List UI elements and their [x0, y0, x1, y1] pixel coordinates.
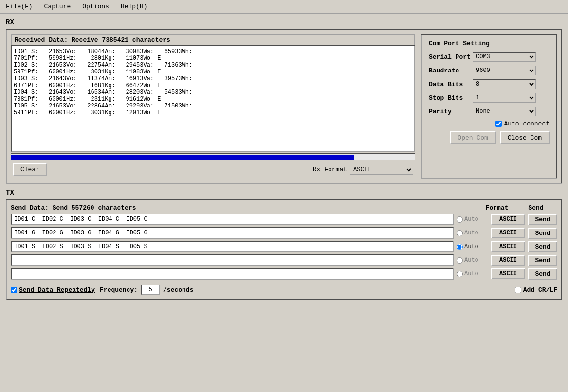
tx-send-data-header: Send Data: Send 557260 characters [11, 204, 136, 212]
clear-button[interactable]: Clear [13, 163, 47, 176]
frequency-unit: /seconds [163, 286, 193, 294]
tx-send-btn-3[interactable]: Send [528, 241, 557, 252]
tx-auto-5: Auto [457, 270, 488, 277]
tx-row-5: Auto ASCII Send [11, 268, 557, 280]
serial-port-row: Serial Port COM1 COM2 COM3 COM4 [429, 52, 550, 62]
tx-auto-label-1: Auto [464, 216, 478, 223]
add-crlf-label: Add CR/LF [523, 286, 557, 294]
serial-port-select[interactable]: COM1 COM2 COM3 COM4 [473, 52, 536, 62]
tx-auto-label-4: Auto [464, 257, 478, 264]
parity-row: Parity None Even Odd Mark Space [429, 107, 550, 116]
tx-auto-label-3: Auto [464, 243, 478, 250]
stop-bits-row: Stop Bits 1 1.5 2 [429, 93, 550, 103]
send-repeatedly-checkbox[interactable] [11, 287, 17, 293]
main-container: RX Received Data: Receive 7385421 charac… [0, 14, 568, 305]
menu-options[interactable]: Options [80, 2, 111, 11]
tx-auto-radio-5[interactable] [457, 271, 463, 277]
tx-row-1: Auto ASCII Send [11, 214, 557, 225]
baudrate-label: Baudrate [429, 67, 473, 74]
com-port-section: Com Port Setting Serial Port COM1 COM2 C… [421, 34, 557, 179]
rx-section-label: RX [6, 18, 562, 26]
menu-capture[interactable]: Capture [42, 2, 73, 11]
tx-auto-4: Auto [457, 257, 488, 264]
tx-input-1[interactable] [11, 214, 454, 225]
frequency-label: Frequency: [100, 286, 138, 294]
tx-format-btn-3[interactable]: ASCII [491, 241, 525, 252]
tx-format-btn-5[interactable]: ASCII [491, 268, 525, 279]
tx-send-btn-2[interactable]: Send [528, 228, 557, 239]
tx-input-5[interactable] [11, 268, 454, 280]
parity-label: Parity [429, 108, 473, 115]
baudrate-row: Baudrate 1200 2400 4800 9600 19200 38400… [429, 66, 550, 75]
baudrate-select[interactable]: 1200 2400 4800 9600 19200 38400 57600 11… [473, 66, 536, 75]
tx-send-btn-1[interactable]: Send [528, 214, 557, 225]
tx-input-3[interactable] [11, 241, 454, 252]
tx-format-col-label [414, 204, 477, 212]
tx-input-4[interactable] [11, 254, 454, 266]
tx-send-header: Send [516, 204, 555, 212]
tx-auto-radio-4[interactable] [457, 257, 463, 264]
rx-format-label: Rx Format [313, 166, 347, 173]
tx-send-btn-5[interactable]: Send [528, 268, 557, 280]
serial-port-label: Serial Port [429, 53, 473, 61]
menu-file[interactable]: File(F) [4, 2, 35, 11]
rx-controls: Clear Rx Format ASCII HEX DEC [11, 160, 415, 179]
tx-auto-2: Auto [457, 230, 488, 236]
add-crlf-checkbox[interactable] [515, 287, 521, 293]
menu-help[interactable]: Help(H) [119, 2, 149, 11]
tx-send-btn-4[interactable]: Send [528, 255, 557, 266]
com-buttons: Open Com Close Com [429, 131, 550, 144]
frequency-row: Frequency: /seconds [100, 285, 193, 295]
rx-content: Received Data: Receive 7385421 character… [11, 34, 557, 179]
tx-section-label: TX [6, 189, 562, 196]
rx-left: Received Data: Receive 7385421 character… [11, 34, 415, 179]
rx-format-row: Rx Format ASCII HEX DEC [313, 165, 413, 175]
auto-connect-row: Auto connect [429, 120, 550, 127]
frequency-input[interactable] [141, 285, 160, 295]
tx-format-btn-4[interactable]: ASCII [491, 255, 525, 266]
data-bits-row: Data Bits 5 6 7 8 [429, 79, 550, 89]
data-bits-label: Data Bits [429, 81, 473, 88]
auto-connect-checkbox[interactable] [495, 121, 502, 127]
tx-auto-3: Auto [457, 243, 488, 250]
tx-auto-radio-2[interactable] [457, 230, 463, 236]
parity-select[interactable]: None Even Odd Mark Space [473, 107, 536, 116]
com-port-title: Com Port Setting [429, 40, 550, 47]
tx-header-row: Send Data: Send 557260 characters Format… [11, 204, 557, 212]
tx-auto-radio-3[interactable] [457, 244, 463, 250]
rx-textarea-wrapper [11, 45, 415, 152]
tx-auto-label-2: Auto [464, 230, 478, 236]
add-crlf-row: Add CR/LF [515, 286, 557, 294]
close-com-button[interactable]: Close Com [500, 131, 550, 144]
stop-bits-label: Stop Bits [429, 94, 473, 102]
tx-col-labels: Format Send [414, 204, 555, 212]
data-bits-select[interactable]: 5 6 7 8 [473, 79, 536, 89]
tx-format-header: Format [477, 204, 516, 212]
tx-format-btn-1[interactable]: ASCII [491, 214, 525, 225]
rx-format-select[interactable]: ASCII HEX DEC [350, 165, 413, 175]
open-com-button[interactable]: Open Com [450, 131, 495, 144]
rx-progress-container [11, 153, 415, 160]
tx-row-2: Auto ASCII Send [11, 227, 557, 239]
tx-row-3: Auto ASCII Send [11, 241, 557, 252]
auto-connect-label: Auto connect [504, 120, 550, 127]
tx-section: Send Data: Send 557260 characters Format… [6, 199, 562, 300]
send-repeatedly-label: Send Data Repeatedly [19, 286, 95, 294]
tx-input-2[interactable] [11, 227, 454, 239]
rx-header: Received Data: Receive 7385421 character… [11, 34, 415, 45]
tx-auto-label-5: Auto [464, 270, 478, 277]
tx-row-4: Auto ASCII Send [11, 254, 557, 266]
stop-bits-select[interactable]: 1 1.5 2 [473, 93, 536, 103]
rx-textarea[interactable] [12, 46, 414, 151]
tx-format-btn-2[interactable]: ASCII [491, 228, 525, 238]
tx-auto-radio-1[interactable] [457, 216, 463, 223]
tx-repeat-row: Send Data Repeatedly [11, 286, 95, 294]
rx-section: Received Data: Receive 7385421 character… [6, 29, 562, 184]
tx-bottom: Send Data Repeatedly Frequency: /seconds… [11, 285, 557, 295]
menu-bar: File(F) Capture Options Help(H) [0, 0, 568, 14]
tx-auto-1: Auto [457, 216, 488, 223]
